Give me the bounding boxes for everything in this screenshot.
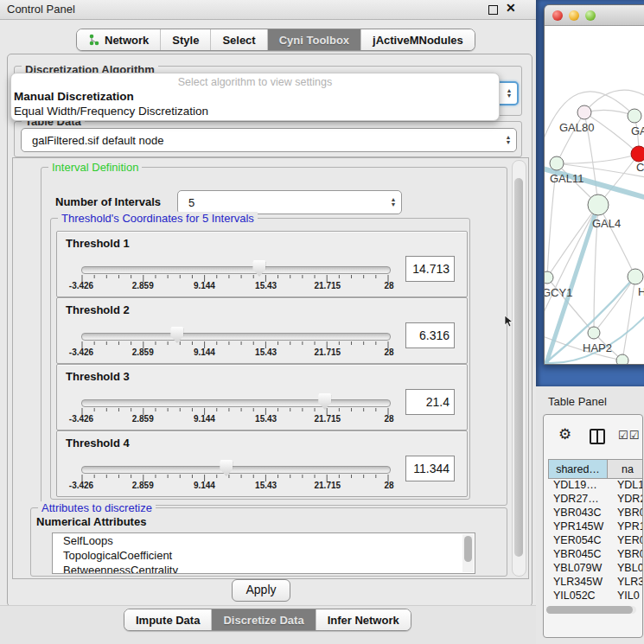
node-label-c: C: [636, 161, 644, 174]
group-title: Threshold's Coordinates for 5 Intervals: [58, 212, 258, 225]
settings-vertical-scrollbar[interactable]: [512, 160, 526, 577]
threshold-value-input[interactable]: 11.344: [405, 456, 455, 481]
table-data-combobox-value: galFiltered.sif default node: [22, 134, 501, 147]
attribute-list-item[interactable]: TopologicalCoefficient: [53, 548, 475, 563]
list-scrollbar[interactable]: [462, 534, 474, 572]
tab-impute-data[interactable]: Impute Data: [124, 609, 212, 630]
combo-arrows-icon: ▲▼: [501, 135, 516, 145]
table-row[interactable]: YBR045CYBR0: [548, 548, 643, 562]
minimize-traffic-light-icon[interactable]: [569, 10, 579, 21]
table-row[interactable]: YER054CYER0: [548, 534, 643, 548]
tab-cyni-toolbox[interactable]: Cyni Toolbox: [268, 29, 361, 50]
numerical-attributes-list[interactable]: SelfLoopsTopologicalCoefficientBetweenne…: [52, 532, 475, 574]
interval-definition-group: Interval Definition Number of Intervals …: [41, 167, 507, 506]
dropdown-item-manual-discretization[interactable]: Manual Discretization: [14, 90, 134, 103]
close-traffic-light-icon[interactable]: [552, 10, 563, 21]
tick-label: 9.144: [178, 481, 230, 490]
cyni-bottom-tabs: Impute DataDiscretize DataInfer Network: [124, 609, 411, 631]
table-row[interactable]: YBR043CYBR0: [548, 507, 643, 520]
threshold-row: Threshold 4-3.4262.8599.14415.4321.71528…: [56, 430, 468, 497]
tab-label: Infer Network: [328, 614, 399, 627]
threshold-label: Threshold 1: [66, 237, 130, 250]
table-horizontal-scrollbar[interactable]: [546, 606, 636, 614]
zoom-traffic-light-icon[interactable]: [585, 10, 596, 21]
cell-shared-name: YER054C: [548, 534, 612, 548]
node-label-gal11: GAL11: [550, 172, 584, 185]
network-window-titlebar: [545, 5, 644, 26]
cell-name: YPR1: [612, 520, 643, 534]
cell-shared-name: YBR045C: [548, 548, 612, 562]
slider-track[interactable]: [81, 466, 391, 474]
tab-select[interactable]: Select: [211, 29, 267, 50]
cell-name: YLR3: [612, 576, 643, 590]
close-icon[interactable]: ✕: [506, 1, 516, 15]
tick-label: 2.859: [117, 414, 169, 424]
gear-icon[interactable]: ⚙: [558, 425, 571, 443]
node-label-h: H: [638, 285, 644, 298]
tab-jactivemnodules[interactable]: jActiveMNodules: [361, 29, 475, 50]
combo-arrows-icon: ▲▼: [386, 197, 401, 207]
column-header-name[interactable]: na: [608, 459, 643, 479]
threshold-value-input[interactable]: 14.713: [405, 256, 455, 282]
tick-label: 2.859: [117, 481, 169, 490]
tick-label: 21.715: [302, 481, 354, 490]
control-panel-titlebar: Control Panel ✕: [0, 0, 536, 20]
tab-label: Cyni Toolbox: [279, 34, 349, 47]
tick-label: 28: [363, 481, 415, 490]
threshold-value-input[interactable]: 21.4: [405, 389, 455, 415]
table-row[interactable]: YPR145WYPR1: [548, 520, 643, 534]
cell-shared-name: YIL052C: [548, 590, 612, 603]
attribute-list-item[interactable]: BetweennessCentrality: [53, 563, 475, 574]
attribute-list-item[interactable]: SelfLoops: [53, 533, 475, 548]
apply-button[interactable]: Apply: [232, 579, 290, 602]
tab-label: jActiveMNodules: [373, 34, 463, 47]
tick-label: 9.144: [178, 348, 230, 357]
table-panel-title: Table Panel: [548, 395, 607, 408]
table-data-combobox[interactable]: galFiltered.sif default node ▲▼: [21, 128, 517, 152]
node-label-gcy1: GCY1: [545, 286, 572, 299]
table-row[interactable]: YDL19…YDL1: [548, 479, 643, 493]
num-intervals-label: Number of Intervals: [55, 195, 161, 208]
threshold-row: Threshold 1-3.4262.8599.14415.4321.71528…: [56, 231, 468, 297]
table-row[interactable]: YBL079WYBL0: [548, 562, 643, 576]
threshold-value-input[interactable]: 6.316: [405, 322, 455, 348]
cell-name: YER0: [612, 534, 643, 548]
network-canvas[interactable]: GAL80GACGAL11GAL4GCY1HHAP2: [545, 26, 644, 364]
cell-shared-name: YDR27…: [548, 493, 612, 507]
dropdown-hint: Select algorithm to view settings: [11, 76, 499, 88]
tick-label: 9.144: [178, 414, 230, 424]
tab-label: Network: [105, 34, 149, 47]
mouse-cursor-icon: [504, 315, 514, 328]
column-view-icon[interactable]: [590, 429, 605, 444]
tick-label: 21.715: [302, 281, 354, 290]
dropdown-item-equal-width[interactable]: Equal Width/Frequency Discretization: [14, 105, 208, 118]
table-row[interactable]: YLR345WYLR3: [548, 576, 643, 590]
table-row[interactable]: YIL052CYIL0: [548, 590, 643, 603]
numerical-attributes-label: Numerical Attributes: [36, 515, 146, 528]
tab-label: Impute Data: [136, 614, 200, 627]
cell-name: YIL0: [612, 590, 643, 603]
table-row[interactable]: YDR27…YDR2: [548, 493, 643, 507]
num-intervals-value: 5: [178, 196, 386, 209]
tab-style[interactable]: Style: [161, 29, 211, 50]
slider-track[interactable]: [81, 266, 391, 274]
tab-discretize-data[interactable]: Discretize Data: [212, 609, 316, 630]
algorithm-dropdown-popup: Select algorithm to view settings Manual…: [10, 73, 500, 121]
slider-track[interactable]: [81, 399, 391, 407]
column-header-shared-name[interactable]: shared…: [548, 459, 608, 479]
group-title: Attributes to discretize: [38, 501, 156, 514]
select-columns-icon[interactable]: ☑☑: [618, 429, 640, 442]
slider-track[interactable]: [81, 333, 391, 341]
threshold-label: Threshold 4: [66, 437, 130, 450]
tick-label: 15.43: [240, 481, 292, 490]
tick-label: -3.426: [55, 348, 107, 357]
num-intervals-combobox[interactable]: 5 ▲▼: [177, 190, 402, 214]
float-icon[interactable]: [488, 5, 498, 15]
node-table: shared… na YDL19…YDL1YDR27…YDR2YBR043CYB…: [548, 459, 643, 603]
tab-infer-network[interactable]: Infer Network: [316, 609, 411, 630]
tab-network[interactable]: Network: [77, 29, 161, 50]
tick-label: 15.43: [240, 281, 292, 290]
tab-label: Style: [172, 34, 199, 47]
tick-label: 2.859: [117, 348, 169, 357]
threshold-row: Threshold 2-3.4262.8599.14415.4321.71528…: [56, 297, 468, 364]
